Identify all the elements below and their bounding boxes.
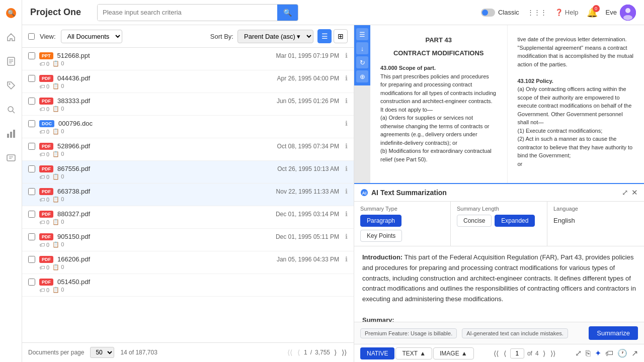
doc-filename[interactable]: 880327.pdf [57,210,90,218]
view-toggle: ☰ ⊞ [317,29,348,43]
svg-point-7 [8,107,13,112]
doc-date: Nov 22, 1995 11:33 AM [276,188,339,195]
info-icon[interactable]: ℹ [345,120,348,127]
sidebar-icon-help[interactable] [4,151,18,165]
doc-filename[interactable]: 512668.ppt [57,52,90,59]
image-tab[interactable]: IMAGE ▲ [433,347,474,359]
tag-icon: 🏷 0 [39,106,49,112]
doc-checkbox[interactable] [28,256,35,263]
first-page-button[interactable]: ⟨⟨ [286,347,293,357]
ai-expand-button[interactable]: ⤢ [622,188,628,197]
doc-checkbox[interactable] [28,52,35,59]
doc-filename[interactable]: 383333.pdf [57,97,90,105]
ai-close-button[interactable]: ✕ [631,188,638,197]
next-page-nav[interactable]: ⟩ [542,348,546,358]
doc-checkbox[interactable] [28,143,35,150]
language-col: Language English [547,202,644,246]
concise-length-button[interactable]: Concise [457,215,492,227]
list-item: PPT 512668.ppt Mar 01, 1995 07:19 PM ℹ 🏷… [22,48,354,70]
summary-type-label: Summary Type [360,206,444,212]
doc-checkbox[interactable] [28,98,35,105]
notification-button[interactable]: 🔔 0 [587,7,598,18]
paragraph-type-button[interactable]: Paragraph [360,215,401,227]
list-view-button[interactable]: ☰ [317,29,332,43]
note-icon: 📋 0 [52,106,64,112]
copy-icon[interactable]: ⎘ [586,349,591,358]
help-button[interactable]: ❓ Help [555,9,579,16]
doc-badge-pdf: PDF [39,165,53,172]
content-area: View: All Documents Sort By: Parent Date… [22,25,644,362]
view-select[interactable]: All Documents [61,30,122,43]
summarize-button[interactable]: Summarize [589,326,638,340]
doc-checkbox[interactable] [28,211,35,218]
section-title: CONTRACT MODIFICATIONS [380,48,497,58]
tag-icon: 🏷 0 [39,174,49,180]
doc-filename[interactable]: 166206.pdf [57,255,90,263]
sidebar-icon-tags[interactable] [4,78,18,93]
doc-filename[interactable]: 663738.pdf [57,188,90,195]
search-input[interactable] [98,5,277,21]
user-area[interactable]: Eve [606,5,636,21]
info-icon[interactable]: ℹ [345,52,348,59]
language-value[interactable]: English [553,215,638,226]
viewer-menu-button[interactable]: ☰ [356,28,368,40]
viewer-zoom-button[interactable]: ⊕ [356,70,368,82]
fit-icon[interactable]: ⤢ [575,348,582,358]
page-size-select[interactable]: 50 [90,347,114,358]
sidebar-icon-search[interactable] [4,103,18,117]
text-tab[interactable]: TEXT ▲ [395,347,432,359]
info-icon[interactable]: ℹ [345,165,348,172]
expanded-length-button[interactable]: Expanded [495,215,535,227]
info-icon[interactable]: ℹ [345,74,348,82]
sidebar-icon-reports[interactable] [4,127,18,141]
doc-checkbox[interactable] [28,233,35,240]
prev-page-nav[interactable]: ⟨ [503,348,507,358]
info-icon[interactable]: ℹ [345,255,348,263]
doc-checkbox[interactable] [28,279,35,286]
last-page-nav[interactable]: ⟩⟩ [549,348,556,358]
doc-filename[interactable]: 051450.pdf [57,278,90,286]
prev-page-button[interactable]: ⟨ [296,347,301,357]
grid-apps-button[interactable]: ⋮⋮⋮ [527,9,547,16]
viewer-download-button[interactable]: ↓ [356,42,368,54]
part-title: PART 43 [380,35,497,45]
doc-badge-pdf: PDF [39,211,53,218]
next-page-button[interactable]: ⟩ [333,347,338,357]
keypoints-type-button[interactable]: Key Points [360,230,402,242]
viewer-rotate-button[interactable]: ↻ [356,56,368,68]
info-icon[interactable]: ℹ [345,233,348,240]
doc-filename[interactable]: 905150.pdf [57,233,90,240]
info-icon[interactable]: ℹ [345,97,348,105]
doc-date: Oct 08, 1995 07:34 PM [277,143,339,150]
highlight-icon[interactable]: ✦ [595,348,601,358]
select-all-checkbox[interactable] [28,33,35,40]
sidebar-icon-home[interactable] [4,30,18,44]
doc-filename[interactable]: 044436.pdf [57,74,90,82]
export-icon[interactable]: ↗ [631,348,638,358]
info-icon[interactable]: ℹ [345,142,348,150]
grid-view-button[interactable]: ⊞ [334,29,348,43]
page-input[interactable] [510,348,524,358]
doc-filename[interactable]: 528966.pdf [57,142,90,150]
doc-checkbox[interactable] [28,120,35,127]
doc-checkbox[interactable] [28,188,35,195]
search-button[interactable]: 🔍 [277,5,298,21]
classic-toggle[interactable]: Classic [481,9,519,17]
doc-filename[interactable]: 867556.pdf [57,165,90,172]
sort-select[interactable]: Parent Date (asc) ▾ [237,30,313,43]
svg-point-6 [9,83,10,85]
last-page-button[interactable]: ⟩⟩ [341,347,348,357]
sidebar-icon-logo[interactable]: 🔍 [4,6,18,20]
doc-checkbox[interactable] [28,75,35,82]
doc-filename[interactable]: 000796.doc [58,120,93,127]
info-icon[interactable]: ℹ [345,188,348,195]
info-icon[interactable]: ℹ [345,210,348,218]
doc-badge-pdf: PDF [39,143,53,150]
svg-text:🔍: 🔍 [7,9,15,17]
native-tab[interactable]: NATIVE [360,347,394,359]
doc-checkbox[interactable] [28,165,35,172]
first-page-nav[interactable]: ⟨⟨ [493,348,500,358]
clock-icon[interactable]: 🕐 [617,348,627,358]
bookmark-icon[interactable]: 🏷 [605,349,613,358]
sidebar-icon-documents[interactable] [4,54,18,68]
